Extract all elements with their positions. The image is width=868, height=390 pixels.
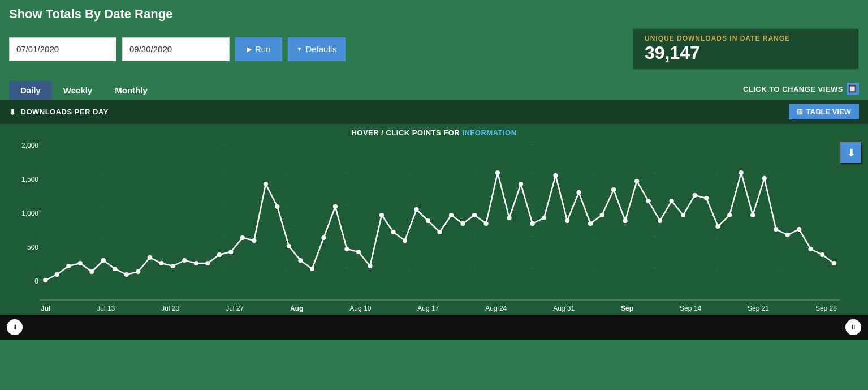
svg-point-16	[205, 261, 210, 265]
svg-point-43	[519, 182, 523, 186]
x-label-jul20: Jul 20	[161, 305, 179, 312]
svg-point-6	[89, 269, 94, 274]
svg-point-54	[646, 199, 651, 203]
svg-point-24	[298, 258, 303, 263]
y-label-2000: 2,000	[21, 142, 38, 149]
svg-point-22	[275, 204, 279, 209]
svg-point-21	[264, 182, 268, 186]
svg-point-56	[670, 199, 674, 203]
x-label-jul: Jul	[41, 305, 50, 312]
y-label-500: 500	[27, 243, 38, 251]
svg-point-70	[832, 261, 836, 265]
svg-point-53	[634, 179, 639, 183]
chart-section: DOWNLOADS PER DAY ⊞ TABLE VIEW HOVER / C…	[0, 100, 868, 315]
svg-point-25	[310, 267, 314, 271]
svg-point-35	[426, 218, 430, 223]
click-to-change-label: CLICK TO CHANGE VIEWS	[743, 85, 843, 93]
y-label-1000: 1,000	[21, 209, 38, 217]
downloads-label: DOWNLOADS PER DAY	[9, 108, 109, 117]
svg-point-62	[739, 170, 744, 175]
svg-point-68	[809, 247, 813, 251]
svg-point-3	[55, 272, 59, 277]
x-label-jul13: Jul 13	[97, 305, 115, 312]
svg-point-46	[553, 173, 558, 178]
svg-point-5	[78, 261, 83, 265]
svg-point-41	[495, 170, 500, 175]
table-view-button[interactable]: ⊞ TABLE VIEW	[789, 104, 859, 119]
stats-box: UNIQUE DOWNLOADS IN DATE RANGE 39,147	[633, 28, 859, 70]
click-to-change-views[interactable]: CLICK TO CHANGE VIEWS 🔲	[743, 83, 859, 100]
x-label-sep: Sep	[621, 305, 633, 312]
svg-point-65	[774, 227, 778, 232]
svg-point-18	[228, 250, 233, 254]
svg-point-47	[565, 218, 569, 223]
chart-header: DOWNLOADS PER DAY ⊞ TABLE VIEW	[0, 100, 868, 124]
svg-point-39	[472, 213, 477, 217]
svg-point-51	[611, 187, 616, 192]
svg-point-44	[530, 221, 534, 226]
end-date-input[interactable]	[122, 37, 230, 61]
tabs-section: Daily Weekly Monthly CLICK TO CHANGE VIE…	[0, 76, 868, 100]
svg-point-10	[136, 269, 140, 274]
x-label-aug17: Aug 17	[417, 305, 439, 312]
svg-point-19	[240, 235, 245, 240]
svg-point-49	[588, 221, 593, 226]
chart-wrapper: ⬇ 2,000 1,500 1,000 500 0	[0, 142, 868, 302]
svg-point-13	[171, 264, 175, 268]
svg-point-27	[333, 204, 338, 209]
svg-point-52	[623, 218, 628, 223]
svg-point-50	[600, 213, 604, 217]
pause-left-button[interactable]: ⏸	[7, 319, 23, 335]
svg-point-29	[356, 250, 361, 254]
svg-point-58	[693, 193, 697, 198]
pause-right-button[interactable]: ⏸	[845, 319, 861, 335]
svg-point-55	[658, 218, 662, 223]
svg-point-31	[379, 213, 384, 217]
svg-point-59	[704, 196, 709, 200]
tabs-container: Daily Weekly Monthly	[9, 81, 159, 100]
bottom-bar: ⏸ ⏸	[0, 315, 868, 340]
svg-point-30	[368, 264, 372, 268]
defaults-button[interactable]: Defaults	[288, 37, 346, 61]
svg-point-28	[344, 247, 349, 251]
svg-point-69	[820, 252, 824, 257]
hover-instruction: HOVER / CLICK POINTS FOR INFORMATION	[0, 124, 868, 142]
svg-point-40	[483, 221, 488, 226]
tab-monthly[interactable]: Monthly	[103, 81, 159, 100]
svg-point-4	[66, 264, 71, 268]
download-chart-button[interactable]: ⬇	[840, 142, 862, 164]
svg-point-33	[403, 238, 407, 243]
x-label-aug24: Aug 24	[485, 305, 507, 312]
svg-point-34	[414, 207, 418, 212]
svg-point-17	[217, 252, 222, 257]
svg-point-12	[159, 261, 163, 265]
svg-rect-0	[40, 142, 840, 300]
chart-svg	[40, 142, 840, 300]
run-button[interactable]: Run	[235, 37, 282, 61]
svg-point-23	[287, 244, 291, 248]
svg-point-32	[391, 230, 395, 234]
x-label-sep28: Sep 28	[815, 305, 837, 312]
start-date-input[interactable]	[9, 37, 116, 61]
svg-point-64	[762, 176, 767, 181]
page-title: Show Totals By Date Range	[9, 7, 859, 22]
svg-point-57	[681, 213, 685, 217]
tab-weekly[interactable]: Weekly	[52, 81, 103, 100]
stats-value: 39,147	[645, 42, 847, 63]
svg-point-37	[449, 213, 454, 217]
svg-point-45	[542, 216, 546, 220]
stats-label: UNIQUE DOWNLOADS IN DATE RANGE	[645, 35, 847, 42]
x-label-sep21: Sep 21	[748, 305, 769, 312]
x-label-aug10: Aug 10	[349, 305, 371, 312]
svg-point-48	[576, 190, 581, 195]
y-axis: 2,000 1,500 1,000 500 0	[6, 142, 38, 285]
svg-point-36	[437, 230, 442, 234]
svg-point-38	[460, 221, 465, 226]
svg-point-61	[727, 213, 732, 217]
y-label-1500: 1,500	[21, 175, 38, 183]
svg-point-20	[252, 238, 256, 243]
tab-daily[interactable]: Daily	[9, 81, 52, 100]
x-label-aug: Aug	[290, 305, 303, 312]
svg-point-15	[194, 261, 198, 265]
table-icon: ⊞	[797, 108, 803, 116]
